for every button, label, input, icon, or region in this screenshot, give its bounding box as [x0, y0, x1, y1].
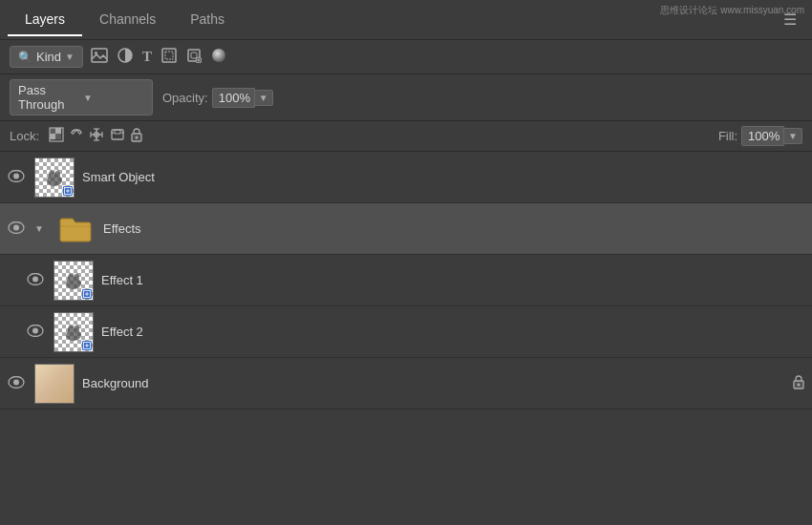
blend-mode-value: Pass Through	[18, 83, 79, 112]
adjustment-filter-icon[interactable]	[118, 48, 133, 67]
thumb-effect-2	[53, 312, 94, 352]
layer-item-background[interactable]: Background	[0, 358, 812, 410]
svg-rect-9	[50, 128, 55, 134]
type-filter-icon[interactable]: T	[142, 49, 152, 65]
svg-rect-12	[55, 134, 61, 139]
lock-all-icon[interactable]	[131, 128, 142, 145]
watermark: 思维设计论坛 www.missyuan.com	[660, 4, 804, 17]
visibility-icon-effect-2[interactable]	[27, 325, 46, 340]
layers-panel: 思维设计论坛 www.missyuan.com Layers Channels …	[0, 0, 812, 525]
filter-kind-select[interactable]: 🔍 Kind ▼	[10, 46, 83, 68]
tab-layers[interactable]: Layers	[8, 4, 82, 36]
opacity-field-group: 100% ▼	[212, 88, 273, 108]
search-icon: 🔍	[18, 51, 32, 64]
svg-rect-6	[191, 52, 197, 58]
lock-row: Lock:	[0, 121, 812, 152]
fill-label: Fill:	[718, 129, 737, 143]
layer-item-effect-2[interactable]: Effect 2	[0, 306, 812, 358]
visibility-icon-background[interactable]	[8, 376, 27, 391]
svg-point-40	[32, 276, 38, 282]
blend-row: Pass Through ▼ Opacity: 100% ▼	[0, 74, 812, 121]
lock-transparent-icon[interactable]	[49, 127, 64, 145]
layer-name-effect-2: Effect 2	[101, 325, 804, 339]
ball-filter-icon[interactable]	[211, 48, 226, 66]
filter-kind-label: Kind	[36, 50, 61, 64]
filter-kind-arrow: ▼	[65, 52, 75, 62]
filter-bar: 🔍 Kind ▼ T	[0, 40, 812, 74]
svg-marker-33	[56, 169, 59, 173]
opacity-value[interactable]: 100%	[212, 88, 255, 108]
svg-point-28	[13, 173, 19, 178]
tab-channels[interactable]: Channels	[82, 4, 173, 36]
svg-point-38	[13, 224, 19, 230]
svg-point-50	[32, 327, 38, 333]
collapse-arrow-effects[interactable]: ▼	[34, 223, 48, 234]
layer-name-effects-group: Effects	[103, 221, 804, 236]
image-filter-icon[interactable]	[91, 48, 108, 67]
fill-group: Fill: 100% ▼	[718, 126, 802, 146]
lock-pixels-icon[interactable]	[70, 127, 83, 145]
opacity-group: Opacity: 100% ▼	[162, 88, 273, 108]
shape-filter-icon[interactable]	[161, 48, 177, 67]
layer-name-background: Background	[82, 376, 785, 390]
thumb-effect-1	[53, 261, 94, 301]
svg-marker-44	[69, 272, 72, 276]
fill-value[interactable]: 100%	[741, 126, 784, 146]
visibility-icon-effects-group[interactable]	[8, 221, 27, 237]
filter-icons: T	[91, 48, 802, 67]
blend-mode-select[interactable]: Pass Through ▼	[10, 79, 153, 116]
layer-item-smart-object[interactable]: Smart Object	[0, 152, 812, 203]
smart-filter-icon[interactable]	[186, 48, 202, 67]
tabs: Layers Channels Paths	[8, 4, 242, 35]
visibility-icon-effect-1[interactable]	[27, 273, 46, 288]
svg-point-26	[136, 136, 139, 138]
thumb-background	[34, 364, 75, 404]
visibility-icon-smart-object[interactable]	[8, 170, 27, 185]
svg-rect-11	[50, 134, 55, 139]
svg-point-62	[798, 383, 801, 386]
svg-rect-10	[55, 128, 61, 134]
svg-point-8	[212, 49, 225, 62]
lock-background-icon[interactable]	[793, 375, 804, 392]
lock-label: Lock:	[10, 129, 39, 143]
opacity-label: Opacity:	[162, 91, 208, 105]
svg-marker-32	[50, 169, 53, 173]
svg-rect-3	[162, 49, 176, 62]
blend-mode-arrow: ▼	[83, 93, 144, 103]
layer-name-smart-object: Smart Object	[82, 170, 804, 184]
layer-item-effect-1[interactable]: Effect 1	[0, 255, 812, 306]
opacity-arrow[interactable]: ▼	[255, 90, 273, 106]
svg-rect-0	[92, 49, 107, 62]
tab-paths[interactable]: Paths	[173, 4, 242, 36]
thumb-effects-group	[55, 209, 96, 249]
svg-marker-55	[75, 324, 78, 327]
layer-name-effect-1: Effect 1	[101, 273, 804, 287]
lock-artboard-icon[interactable]	[110, 127, 125, 145]
svg-rect-21	[112, 130, 123, 139]
layer-item-effects-group[interactable]: ▼ Effects	[0, 203, 812, 255]
svg-marker-54	[69, 324, 72, 327]
thumb-smart-object	[34, 158, 75, 198]
fill-arrow[interactable]: ▼	[784, 128, 802, 144]
svg-marker-45	[75, 272, 78, 276]
svg-point-60	[13, 379, 19, 385]
layer-list: Smart Object ▼ Effects	[0, 152, 812, 525]
lock-position-icon[interactable]	[89, 127, 104, 145]
fill-field-group: 100% ▼	[741, 126, 802, 146]
svg-rect-4	[165, 52, 173, 59]
